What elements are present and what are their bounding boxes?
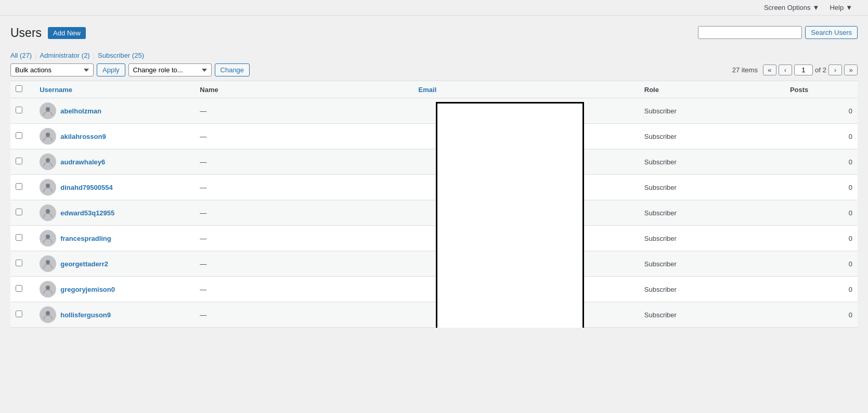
toolbar: Bulk actions Delete Apply Change role to…: [10, 63, 858, 76]
name-value: —: [200, 235, 206, 242]
role-value: Subscriber: [644, 311, 677, 319]
filter-all-link[interactable]: All (27): [10, 51, 32, 59]
table-row: dinahd79500554 — Subscriber 0: [10, 175, 858, 200]
pagination: 27 items « ‹ of 2 › »: [732, 64, 858, 75]
row-checkbox[interactable]: [16, 260, 22, 266]
name-value: —: [200, 107, 206, 115]
row-role-cell: Subscriber: [639, 226, 785, 251]
username-link[interactable]: abelholzman: [60, 107, 101, 115]
row-checkbox[interactable]: [16, 132, 22, 139]
table-header-row: Username Name Email Role: [10, 81, 858, 98]
row-role-cell: Subscriber: [639, 251, 785, 277]
row-username-cell: dinahd79500554: [34, 175, 195, 200]
filter-administrator-link[interactable]: Administrator (2): [40, 51, 90, 59]
row-checkbox[interactable]: [16, 107, 22, 113]
apply-button[interactable]: Apply: [97, 63, 125, 76]
change-button[interactable]: Change: [215, 63, 250, 76]
screen-options-button[interactable]: Screen Options ▼: [759, 4, 824, 11]
row-checkbox-cell: [10, 149, 34, 175]
search-input[interactable]: [698, 26, 802, 39]
column-header-username[interactable]: Username: [34, 81, 195, 98]
username-link[interactable]: francespradling: [60, 235, 111, 242]
username-link[interactable]: dinahd79500554: [60, 184, 112, 191]
filter-subscriber-link[interactable]: Subscriber (25): [98, 51, 144, 59]
filter-links: All (27) | Administrator (2) | Subscribe…: [10, 51, 144, 59]
role-value: Subscriber: [644, 260, 677, 268]
change-role-dropdown[interactable]: Change role to... Administrator Subscrib…: [128, 63, 212, 76]
row-checkbox[interactable]: [16, 209, 22, 215]
row-username-cell: abelholzman: [34, 98, 195, 124]
row-name-cell: —: [195, 277, 413, 302]
row-role-cell: Subscriber: [639, 98, 785, 124]
posts-value: 0: [849, 286, 852, 293]
row-checkbox-cell: [10, 124, 34, 149]
row-checkbox-cell: [10, 175, 34, 200]
row-role-cell: Subscriber: [639, 200, 785, 226]
help-button[interactable]: Help ▼: [824, 4, 858, 11]
username-link[interactable]: hollisferguson9: [60, 311, 111, 319]
username-link[interactable]: georgettaderr2: [60, 260, 108, 268]
avatar: [40, 153, 56, 170]
row-checkbox-cell: [10, 251, 34, 277]
row-email-cell: [413, 251, 639, 277]
svg-point-2: [46, 158, 50, 162]
table-row: georgettaderr2 — Subscriber 0: [10, 251, 858, 277]
row-name-cell: —: [195, 175, 413, 200]
last-page-button[interactable]: »: [844, 64, 858, 75]
column-header-name: Name: [195, 81, 413, 98]
first-page-button[interactable]: «: [763, 64, 776, 75]
role-value: Subscriber: [644, 235, 677, 242]
search-users-button[interactable]: Search Users: [805, 26, 858, 39]
row-checkbox[interactable]: [16, 183, 22, 190]
page-title: Users: [10, 26, 42, 40]
screen-options-chevron-icon: ▼: [813, 4, 820, 11]
row-checkbox[interactable]: [16, 311, 22, 317]
posts-value: 0: [849, 133, 852, 140]
avatar: [40, 230, 56, 247]
prev-page-button[interactable]: ‹: [779, 64, 792, 75]
select-all-checkbox[interactable]: [16, 85, 22, 92]
row-email-cell: [413, 149, 639, 175]
row-name-cell: —: [195, 251, 413, 277]
row-name-cell: —: [195, 302, 413, 328]
username-sort-link[interactable]: Username: [40, 86, 72, 94]
avatar: [40, 204, 56, 221]
row-checkbox[interactable]: [16, 285, 22, 292]
top-right-controls: Search Users: [698, 26, 858, 39]
role-value: Subscriber: [644, 184, 677, 191]
row-email-cell: [413, 226, 639, 251]
row-name-cell: —: [195, 226, 413, 251]
select-all-header: [10, 81, 34, 98]
row-posts-cell: 0: [785, 175, 858, 200]
name-value: —: [200, 286, 206, 293]
row-checkbox[interactable]: [16, 234, 22, 241]
svg-point-4: [46, 209, 50, 213]
row-name-cell: —: [195, 124, 413, 149]
username-link[interactable]: edward53q12955: [60, 209, 114, 217]
role-value: Subscriber: [644, 133, 677, 140]
username-link[interactable]: audrawhaley6: [60, 158, 105, 166]
table-row: audrawhaley6 — Subscriber 0: [10, 149, 858, 175]
row-role-cell: Subscriber: [639, 302, 785, 328]
page-content: Users Add New Search Users All (27) | Ad…: [0, 16, 868, 328]
bulk-actions-dropdown[interactable]: Bulk actions Delete: [10, 63, 94, 76]
table-row: edward53q12955 — Subscriber 0: [10, 200, 858, 226]
row-checkbox-cell: [10, 302, 34, 328]
avatar: [40, 128, 56, 145]
svg-point-8: [46, 311, 50, 315]
row-role-cell: Subscriber: [639, 277, 785, 302]
page-number-input[interactable]: [794, 64, 813, 75]
email-sort-link[interactable]: Email: [419, 86, 437, 94]
column-header-email[interactable]: Email: [413, 81, 639, 98]
username-link[interactable]: gregoryjemison0: [60, 286, 115, 293]
row-name-cell: —: [195, 200, 413, 226]
next-page-button[interactable]: ›: [828, 64, 842, 75]
items-count: 27 items: [732, 66, 758, 74]
username-link[interactable]: akilahrosson9: [60, 133, 106, 140]
row-posts-cell: 0: [785, 302, 858, 328]
table-row: abelholzman — Subscriber 0: [10, 98, 858, 124]
svg-point-6: [46, 260, 50, 264]
avatar: [40, 102, 56, 119]
row-checkbox[interactable]: [16, 158, 22, 164]
add-new-button[interactable]: Add New: [48, 27, 86, 39]
